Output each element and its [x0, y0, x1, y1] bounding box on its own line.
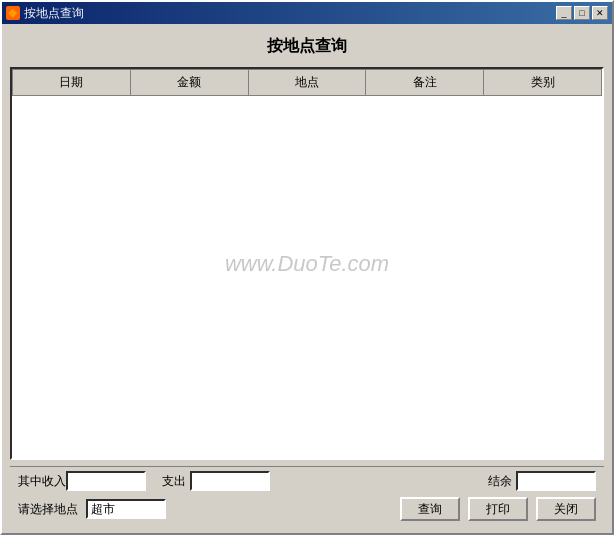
balance-input[interactable]: [516, 471, 596, 491]
location-input[interactable]: [86, 499, 166, 519]
data-table: 日期 金额 地点 备注 类别: [12, 69, 602, 96]
col-type: 类别: [484, 70, 602, 96]
title-bar-left: 🔶 按地点查询: [6, 5, 84, 22]
location-label: 请选择地点: [18, 501, 78, 518]
main-window: 🔶 按地点查询 _ □ ✕ 按地点查询 日期 金额 地点 备注 类别: [0, 0, 614, 535]
col-amount: 金额: [130, 70, 248, 96]
content-area: 按地点查询 日期 金额 地点 备注 类别 www.DuoTe.com: [2, 24, 612, 533]
col-location: 地点: [248, 70, 366, 96]
balance-label: 结余: [488, 473, 512, 490]
income-input[interactable]: [66, 471, 146, 491]
summary-row: 其中收入 支出 结余: [18, 471, 596, 491]
query-button[interactable]: 查询: [400, 497, 460, 521]
print-button[interactable]: 打印: [468, 497, 528, 521]
watermark: www.DuoTe.com: [225, 251, 389, 277]
income-label: 其中收入: [18, 473, 66, 490]
action-row: 请选择地点 查询 打印 关闭: [18, 497, 596, 521]
dialog-close-button[interactable]: 关闭: [536, 497, 596, 521]
title-bar: 🔶 按地点查询 _ □ ✕: [2, 2, 612, 24]
expense-input[interactable]: [190, 471, 270, 491]
maximize-button[interactable]: □: [574, 6, 590, 20]
app-icon: 🔶: [6, 6, 20, 20]
minimize-button[interactable]: _: [556, 6, 572, 20]
expense-label: 支出: [162, 473, 186, 490]
col-date: 日期: [13, 70, 131, 96]
dialog-title: 按地点查询: [10, 32, 604, 61]
window-title: 按地点查询: [24, 5, 84, 22]
title-buttons: _ □ ✕: [556, 6, 608, 20]
col-note: 备注: [366, 70, 484, 96]
table-container: 日期 金额 地点 备注 类别 www.DuoTe.com: [10, 67, 604, 460]
bottom-section: 其中收入 支出 结余 请选择地点 查询 打印 关闭: [10, 466, 604, 525]
close-button[interactable]: ✕: [592, 6, 608, 20]
